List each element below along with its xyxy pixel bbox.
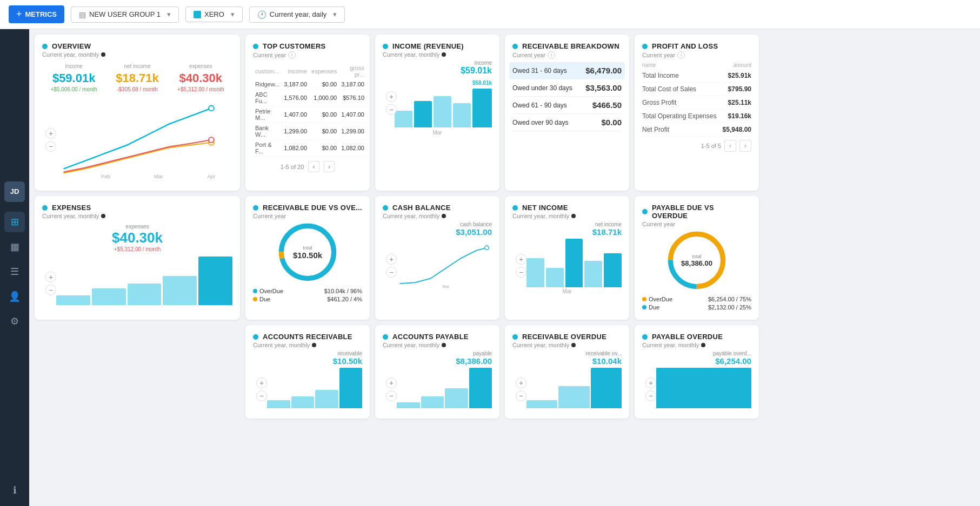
metrics-label: METRICS (25, 10, 57, 18)
ir-live-dot (442, 52, 446, 57)
exp-label: expenses $40.30k +$5,312.00 / month (42, 224, 232, 252)
cb-subtitle: Current year, monthly (383, 213, 492, 219)
ni-zoom-out[interactable]: − (516, 267, 526, 278)
ap-chart: + − (383, 368, 492, 411)
pl-prev-btn[interactable]: ‹ (724, 140, 736, 152)
sidebar-item-integrations[interactable]: ⚙ (4, 311, 25, 332)
pl-subtitle: Current year i (642, 51, 751, 59)
period-caret-icon: ▾ (333, 10, 337, 18)
clock-icon: 🕐 (257, 10, 266, 19)
pl-pagination: 1-5 of 5 ‹ › (642, 140, 751, 152)
legend-dot (642, 297, 646, 301)
legend-item: Due $2,132.00 / 25% (642, 304, 751, 311)
cb-zoom-in[interactable]: + (386, 254, 397, 265)
cb-zoom-out[interactable]: − (386, 267, 397, 278)
ro-zoom-out[interactable]: − (516, 390, 526, 401)
ni-zoom-in[interactable]: + (516, 254, 526, 265)
accounts-payable-card: ACCOUNTS PAYABLE Current year, monthly p… (375, 325, 499, 419)
sidebar: JD ⊞ ▦ ☰ 👤 ⚙ ℹ (0, 29, 29, 506)
zoom-in-button[interactable]: + (45, 128, 56, 139)
po-zoom-in[interactable]: + (645, 377, 656, 388)
sidebar-item-users[interactable]: 👤 (4, 286, 25, 307)
expenses-label: expenses (169, 63, 232, 69)
legend-label: OverDue (649, 296, 672, 302)
pl-row-value: $19.16k (728, 112, 751, 120)
sidebar-item-reports[interactable]: ☰ (4, 261, 25, 282)
xero-dropdown[interactable]: XERO ▾ (185, 6, 243, 22)
ni-chart-label: net income (512, 221, 622, 227)
tc-table: custom... income expenses gross pr... Ri… (253, 63, 366, 157)
period-dropdown[interactable]: 🕐 Current year, daily ▾ (249, 6, 345, 23)
ir-zoom-out[interactable]: − (386, 104, 397, 115)
rb-info-icon[interactable]: i (548, 51, 555, 59)
ir-subtitle: Current year, monthly (383, 51, 492, 58)
ar-chart-label: receivable (253, 350, 362, 356)
cb-xero-dot (383, 205, 388, 211)
ar-chart: + − (253, 368, 362, 411)
pl-rows: Total Income $25.91kTotal Cost of Sales … (642, 69, 751, 137)
group-label: NEW USER GROUP 1 (89, 10, 161, 18)
zoom-out-button[interactable]: − (45, 141, 56, 152)
po-live-dot (701, 343, 705, 347)
pl-row: Total Cost of Sales $795.90 (642, 83, 751, 96)
group-dropdown[interactable]: ▤ NEW USER GROUP 1 ▾ (71, 6, 179, 23)
rdvo-subtitle: Current year (253, 213, 362, 219)
sidebar-avatar[interactable]: JD (4, 181, 25, 202)
ni-month: Mar (512, 288, 622, 294)
ap-chart-label: payable (383, 350, 492, 356)
tc-next-btn[interactable]: › (324, 161, 335, 172)
net-income-metric: net income $18.71k -$305.68 / month (105, 63, 169, 92)
tc-xero-dot (253, 44, 258, 49)
ap-bars (397, 368, 492, 408)
ar-xero-dot (253, 334, 258, 340)
accounts-receivable-card: ACCOUNTS RECEIVABLE Current year, monthl… (245, 325, 370, 419)
legend-item: OverDue $6,254.00 / 75% (642, 296, 751, 302)
exp-bar-1 (56, 295, 90, 305)
pdvo-total-label: total (681, 254, 712, 259)
ap-live-dot (442, 343, 446, 347)
ap-zoom-in[interactable]: + (386, 377, 397, 388)
receivable-value: $6,479.00 (585, 66, 622, 75)
ar-zoom-in[interactable]: + (256, 377, 267, 388)
legend-item: OverDue $10.04k / 96% (253, 288, 362, 294)
sidebar-item-dashboard[interactable]: ▦ (4, 237, 25, 257)
sidebar-item-info[interactable]: ℹ (4, 480, 25, 501)
xero-icon (194, 11, 201, 18)
tc-title: TOP CUSTOMERS (263, 42, 326, 50)
ap-value: $8,386.00 (383, 356, 492, 366)
pl-xero-dot (642, 44, 648, 49)
po-xero-dot (642, 334, 648, 340)
po-chart: + − (642, 368, 751, 411)
rdvo-total: total $10.50k (293, 245, 322, 260)
metrics-button[interactable]: + METRICS (9, 5, 64, 23)
exp-value: $40.30k (42, 230, 232, 246)
ro-bars (526, 368, 622, 408)
po-zoom-out[interactable]: − (645, 390, 656, 401)
exp-zoom-out[interactable]: − (45, 285, 56, 295)
pl-info-icon[interactable]: i (677, 51, 685, 59)
overview-xero-dot (42, 44, 48, 49)
pl-header: name amount (642, 62, 751, 68)
ap-zoom-out[interactable]: − (386, 390, 397, 401)
pl-amount-col: amount (734, 62, 751, 68)
svg-text:Mar: Mar (442, 284, 450, 289)
sidebar-item-home[interactable]: ⊞ (4, 212, 25, 232)
ar-zoom-out[interactable]: − (256, 390, 267, 401)
income-metric: income $59.01k +$5,006.00 / month (42, 63, 105, 92)
recv-due-vs-over-card: RECEIVABLE DUE VS OVE... Current year (245, 196, 370, 320)
ni-bar-4 (584, 261, 602, 288)
tc-pagination: 1-5 of 20 ‹ › (253, 161, 362, 172)
ni-bar-2 (546, 268, 564, 287)
tc-prev-btn[interactable]: ‹ (308, 161, 319, 172)
exp-subtitle: Current year, monthly (42, 213, 232, 219)
exp-zoom-in[interactable]: + (45, 272, 56, 282)
ir-zoom-in[interactable]: + (386, 91, 397, 102)
table-row: Bank W...1,299.00$0.001,299.00 (253, 123, 366, 140)
tc-info-icon[interactable]: i (288, 51, 296, 59)
profit-loss-card: PROFIT AND LOSS Current year i name amou… (635, 35, 759, 191)
legend-dot (642, 305, 646, 309)
cash-balance-card: CASH BALANCE Current year, monthly cash … (375, 196, 499, 320)
pdvo-legend: OverDue $6,254.00 / 75% Due $2,132.00 / … (642, 294, 751, 312)
ro-zoom-in[interactable]: + (516, 377, 526, 388)
pl-next-btn[interactable]: › (739, 140, 751, 152)
